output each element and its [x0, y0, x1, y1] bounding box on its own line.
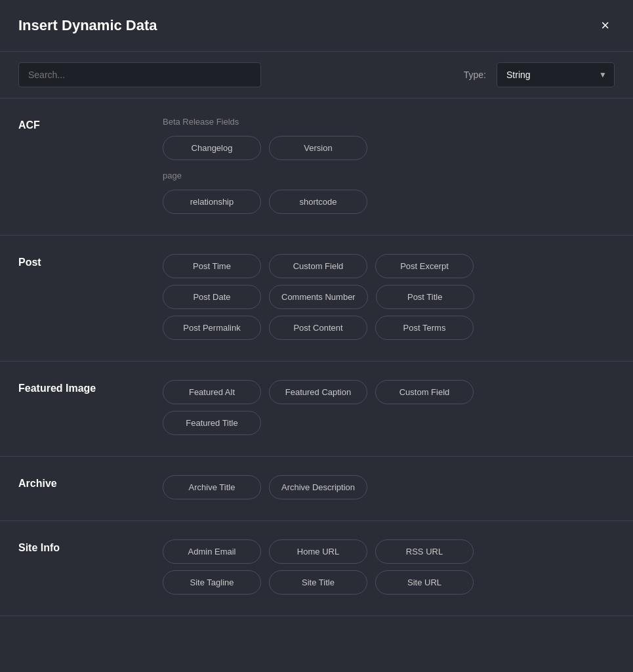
section-content-featured-image: Featured AltFeatured CaptionCustom Field… [163, 380, 615, 438]
modal-title: Insert Dynamic Data [18, 17, 157, 34]
field-btn-comments-number[interactable]: Comments Number [269, 285, 368, 309]
subsection-site-info-0: Admin EmailHome URLRSS URLSite TaglineSi… [163, 539, 615, 595]
field-btn-version[interactable]: Version [269, 136, 367, 160]
type-select[interactable]: String Number URL Image Color [497, 62, 615, 87]
close-button[interactable]: × [596, 16, 615, 35]
subsection-label-acf-0: Beta Release Fields [163, 117, 615, 127]
search-input[interactable] [18, 62, 261, 87]
section-acf: ACFBeta Release FieldsChangelogVersionpa… [0, 98, 633, 236]
subsection-post-0: Post TimeCustom FieldPost ExcerptPost Da… [163, 254, 615, 340]
buttons-row-archive-0-0: Archive TitleArchive Description [163, 475, 615, 499]
section-label-archive: Archive [18, 475, 150, 502]
buttons-row-post-0-6: Post PermalinkPost ContentPost Terms [163, 316, 615, 340]
subsection-label-acf-1: page [163, 171, 615, 180]
buttons-row-site-info-0-3: Site TaglineSite TitleSite URL [163, 570, 615, 595]
buttons-row-post-0-3: Post DateComments NumberPost Title [163, 285, 615, 309]
buttons-row-featured-image-0-3: Featured Title [163, 411, 615, 435]
toolbar: Type: String Number URL Image Color ▼ [0, 52, 633, 98]
field-btn-site-url[interactable]: Site URL [375, 570, 474, 595]
section-site-info: Site InfoAdmin EmailHome URLRSS URLSite … [0, 521, 633, 616]
field-btn-admin-email[interactable]: Admin Email [163, 539, 261, 564]
modal: Insert Dynamic Data × Type: String Numbe… [0, 0, 633, 672]
field-btn-post-content[interactable]: Post Content [269, 316, 367, 340]
field-btn-relationship[interactable]: relationship [163, 190, 261, 214]
subsection-acf-0: Beta Release FieldsChangelogVersion [163, 117, 615, 160]
field-btn-custom-field[interactable]: Custom Field [375, 380, 474, 404]
field-btn-featured-title[interactable]: Featured Title [163, 411, 261, 435]
subsection-archive-0: Archive TitleArchive Description [163, 475, 615, 499]
field-btn-featured-caption[interactable]: Featured Caption [269, 380, 367, 404]
subsection-acf-1: pagerelationshipshortcode [163, 171, 615, 214]
section-content-site-info: Admin EmailHome URLRSS URLSite TaglineSi… [163, 539, 615, 597]
field-btn-archive-description[interactable]: Archive Description [269, 475, 367, 499]
field-btn-rss-url[interactable]: RSS URL [375, 539, 474, 564]
section-featured-image: Featured ImageFeatured AltFeatured Capti… [0, 362, 633, 457]
section-label-featured-image: Featured Image [18, 380, 150, 438]
section-label-post: Post [18, 254, 150, 343]
section-content-archive: Archive TitleArchive Description [163, 475, 615, 502]
field-btn-post-date[interactable]: Post Date [163, 285, 261, 309]
field-btn-post-title[interactable]: Post Title [376, 285, 474, 309]
buttons-row-acf-1-0: relationshipshortcode [163, 190, 615, 214]
section-content-post: Post TimeCustom FieldPost ExcerptPost Da… [163, 254, 615, 343]
section-archive: ArchiveArchive TitleArchive Description [0, 457, 633, 521]
modal-header: Insert Dynamic Data × [0, 0, 633, 51]
field-btn-shortcode[interactable]: shortcode [269, 190, 367, 214]
field-btn-changelog[interactable]: Changelog [163, 136, 261, 160]
content-area: ACFBeta Release FieldsChangelogVersionpa… [0, 98, 633, 672]
buttons-row-site-info-0-0: Admin EmailHome URLRSS URL [163, 539, 615, 564]
field-btn-post-time[interactable]: Post Time [163, 254, 261, 278]
buttons-row-post-0-0: Post TimeCustom FieldPost Excerpt [163, 254, 615, 278]
field-btn-site-title[interactable]: Site Title [269, 570, 367, 595]
field-btn-site-tagline[interactable]: Site Tagline [163, 570, 261, 595]
field-btn-post-terms[interactable]: Post Terms [375, 316, 474, 340]
field-btn-featured-alt[interactable]: Featured Alt [163, 380, 261, 404]
section-label-acf: ACF [18, 117, 150, 217]
type-label: Type: [464, 70, 486, 80]
section-label-site-info: Site Info [18, 539, 150, 597]
field-btn-archive-title[interactable]: Archive Title [163, 475, 261, 499]
buttons-row-featured-image-0-0: Featured AltFeatured CaptionCustom Field [163, 380, 615, 404]
field-btn-post-permalink[interactable]: Post Permalink [163, 316, 261, 340]
section-post: PostPost TimeCustom FieldPost ExcerptPos… [0, 236, 633, 362]
subsection-featured-image-0: Featured AltFeatured CaptionCustom Field… [163, 380, 615, 435]
field-btn-post-excerpt[interactable]: Post Excerpt [375, 254, 474, 278]
field-btn-home-url[interactable]: Home URL [269, 539, 367, 564]
section-content-acf: Beta Release FieldsChangelogVersionpager… [163, 117, 615, 217]
buttons-row-acf-0-0: ChangelogVersion [163, 136, 615, 160]
type-select-wrapper: String Number URL Image Color ▼ [497, 62, 615, 87]
field-btn-custom-field[interactable]: Custom Field [269, 254, 367, 278]
